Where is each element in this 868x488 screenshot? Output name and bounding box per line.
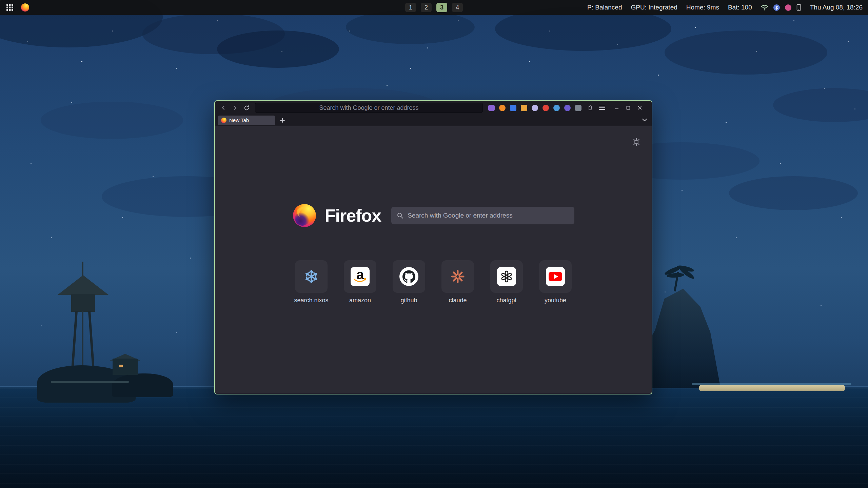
firefox-favicon-icon	[221, 118, 226, 123]
shortcut-label: chatgpt	[496, 297, 516, 304]
extension-icons-row	[488, 105, 581, 111]
chevron-down-icon	[642, 119, 647, 122]
menu-button[interactable]	[597, 103, 607, 113]
app-launcher-button[interactable]	[5, 2, 15, 13]
firefox-launcher-icon[interactable]	[21, 3, 29, 12]
workspace-button-2[interactable]: 2	[421, 3, 432, 12]
wifi-icon[interactable]	[761, 4, 768, 11]
plus-icon	[280, 118, 285, 123]
new-tab-button[interactable]	[278, 116, 287, 125]
search-icon	[397, 212, 403, 219]
shortcut-claude[interactable]: claude	[441, 260, 474, 304]
extension-5-icon[interactable]	[532, 105, 538, 111]
status-bar: 1 2 3 4 P: Balanced GPU: Integrated Home…	[0, 0, 868, 15]
shortcut-tiles: search.nixos a amazon	[215, 260, 652, 304]
shortcut-label: search.nixos	[294, 297, 328, 304]
desktop: 1 2 3 4 P: Balanced GPU: Integrated Home…	[0, 0, 868, 488]
gpu-module[interactable]: GPU: Integrated	[631, 4, 677, 11]
reload-icon	[244, 105, 250, 111]
extension-8-icon[interactable]	[564, 105, 571, 111]
wallpaper-cloud	[217, 30, 339, 68]
minimize-icon	[615, 106, 619, 110]
browser-toolbar	[215, 101, 652, 115]
wallpaper-cloud	[729, 176, 858, 210]
newtab-search-input[interactable]	[408, 212, 569, 219]
firefox-logo	[292, 203, 317, 228]
maximize-button[interactable]	[624, 103, 633, 113]
bluetooth-icon[interactable]	[773, 4, 780, 11]
workspace-button-4[interactable]: 4	[452, 3, 463, 12]
extension-4-icon[interactable]	[521, 105, 527, 111]
shortcut-chatgpt[interactable]: chatgpt	[490, 260, 523, 304]
personalize-gear-button[interactable]	[632, 138, 641, 148]
address-input[interactable]	[255, 103, 482, 113]
clock[interactable]: Thu Aug 08, 18:26	[810, 4, 863, 11]
newtab-hero: Firefox	[215, 203, 652, 228]
shortcut-youtube[interactable]: youtube	[539, 260, 572, 304]
extension-2-icon[interactable]	[499, 105, 506, 111]
wallpaper-cloud	[665, 30, 827, 75]
shortcut-amazon[interactable]: a amazon	[344, 260, 376, 304]
reload-button[interactable]	[241, 103, 252, 113]
window-controls	[612, 103, 645, 113]
tab-new-tab[interactable]: New Tab	[218, 116, 275, 125]
shortcut-github[interactable]: github	[393, 260, 425, 304]
newtab-search[interactable]	[391, 207, 574, 224]
claude-icon	[450, 269, 465, 284]
nixos-icon	[304, 269, 319, 284]
address-bar[interactable]	[255, 103, 483, 113]
wallpaper-cloud	[346, 10, 475, 44]
back-button[interactable]	[218, 103, 229, 113]
tab-bar: New Tab	[215, 115, 652, 126]
shortcut-search-nixos[interactable]: search.nixos	[295, 260, 328, 304]
tablet-icon[interactable]	[796, 4, 801, 11]
shortcut-label: github	[400, 297, 417, 304]
maximize-icon	[626, 106, 630, 110]
media-icon[interactable]	[785, 4, 791, 11]
workspace-switcher: 1 2 3 4	[405, 0, 463, 15]
shortcut-label: amazon	[349, 297, 371, 304]
puzzle-icon	[588, 105, 594, 111]
new-tab-page: Firefox	[215, 126, 652, 394]
wallpaper-hut-window	[119, 365, 123, 367]
firefox-window: New Tab	[214, 100, 652, 394]
wallpaper-hut	[113, 359, 138, 375]
workspace-button-3-active[interactable]: 3	[436, 3, 447, 12]
wallpaper-waves	[0, 388, 868, 488]
wallpaper-beach	[699, 385, 845, 391]
forward-button[interactable]	[230, 103, 240, 113]
youtube-icon	[546, 267, 565, 286]
close-icon	[638, 106, 642, 110]
firefox-wordmark: Firefox	[325, 205, 381, 226]
gear-icon	[632, 138, 641, 146]
wallpaper-rocks	[112, 373, 173, 397]
github-icon	[399, 267, 418, 286]
back-arrow-icon	[221, 105, 226, 110]
wallpaper-cloud	[41, 102, 183, 139]
extension-6-icon[interactable]	[542, 105, 549, 111]
extension-7-icon[interactable]	[553, 105, 560, 111]
latency-module[interactable]: Home: 9ms	[686, 4, 719, 11]
hamburger-icon	[599, 105, 605, 110]
wallpaper-walkway	[51, 381, 129, 383]
power-profile-module[interactable]: P: Balanced	[587, 4, 622, 11]
extensions-button[interactable]	[586, 103, 596, 113]
workspace-button-1[interactable]: 1	[405, 3, 416, 12]
wallpaper-tower-cabin	[71, 294, 95, 312]
extension-9-icon[interactable]	[575, 105, 581, 111]
tab-title: New Tab	[229, 117, 249, 123]
extension-1-icon[interactable]	[488, 105, 495, 111]
amazon-icon: a	[351, 267, 370, 286]
wallpaper-tower	[82, 262, 83, 277]
chatgpt-icon	[497, 267, 516, 286]
extension-3-icon[interactable]	[510, 105, 516, 111]
shortcut-label: youtube	[545, 297, 566, 304]
apps-grid-icon	[6, 4, 14, 11]
forward-arrow-icon	[232, 105, 238, 110]
close-button[interactable]	[635, 103, 645, 113]
shortcut-label: claude	[449, 297, 467, 304]
minimize-button[interactable]	[612, 103, 622, 113]
tab-list-button[interactable]	[640, 116, 649, 125]
battery-module[interactable]: Bat: 100	[728, 4, 752, 11]
